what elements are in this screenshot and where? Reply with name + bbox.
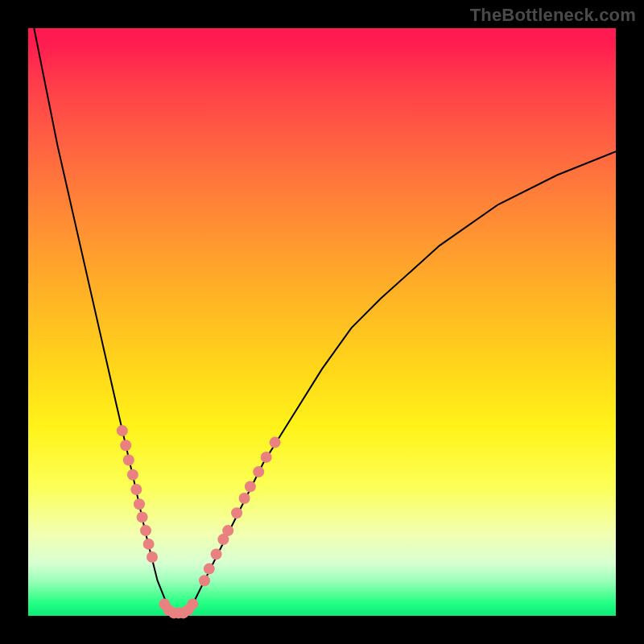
chart-frame: TheBottleneck.com bbox=[0, 0, 644, 644]
highlight-point bbox=[140, 525, 151, 536]
highlight-point bbox=[204, 564, 215, 575]
highlight-point bbox=[137, 511, 148, 522]
highlight-point bbox=[253, 466, 264, 477]
highlight-point bbox=[245, 481, 256, 492]
highlight-point bbox=[127, 469, 138, 481]
highlight-point bbox=[123, 455, 134, 466]
highlight-point bbox=[130, 484, 142, 495]
plot-area bbox=[28, 28, 616, 616]
highlight-point bbox=[134, 498, 145, 510]
highlight-point bbox=[143, 539, 155, 550]
highlight-point bbox=[239, 493, 250, 504]
bottleneck-curve bbox=[34, 28, 616, 616]
highlight-point bbox=[199, 575, 210, 586]
highlight-point bbox=[187, 598, 198, 609]
highlight-point bbox=[261, 452, 272, 463]
highlight-point bbox=[231, 507, 242, 518]
highlight-point bbox=[120, 440, 131, 451]
highlight-points bbox=[117, 425, 281, 618]
highlight-point bbox=[270, 437, 281, 448]
chart-svg bbox=[28, 28, 616, 616]
highlight-point bbox=[147, 551, 158, 563]
highlight-point bbox=[211, 548, 222, 559]
highlight-point bbox=[117, 425, 128, 436]
watermark-text: TheBottleneck.com bbox=[470, 5, 636, 26]
highlight-point bbox=[222, 525, 233, 536]
